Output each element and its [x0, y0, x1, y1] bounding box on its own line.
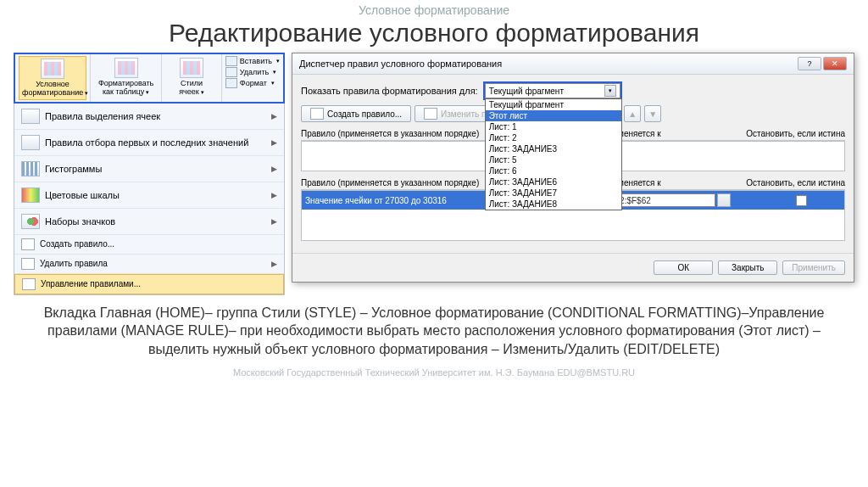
chevron-down-icon: ▾: [604, 85, 616, 97]
btn-label: Закрыть: [732, 263, 765, 272]
menu-highlight-cells[interactable]: Правила выделения ячеек▶: [14, 104, 284, 130]
menu-label: Удалить правила: [40, 259, 108, 268]
cond-format-icon: [41, 59, 64, 79]
help-button[interactable]: ?: [798, 57, 821, 70]
select-option[interactable]: Лист: 2: [486, 132, 621, 143]
manage-icon: [22, 278, 36, 290]
btn-label: Создать правило...: [327, 109, 402, 119]
newrule-icon: [21, 238, 35, 250]
format-as-table-button[interactable]: Форматировать как таблицу▾: [94, 56, 158, 98]
col-stop-label: Остановить, если истина: [735, 129, 845, 138]
select-option[interactable]: Лист: 1: [486, 121, 621, 132]
databars-icon: [21, 161, 40, 176]
chevron-down-icon: ▾: [273, 69, 276, 76]
menu-color-scales[interactable]: Цветовые шкалы▶: [14, 182, 284, 209]
colorscales-icon: [21, 188, 40, 203]
col-stop-label: Остановить, если истина: [735, 178, 845, 188]
menu-label: Цветовые шкалы: [45, 190, 120, 200]
select-option[interactable]: Лист: ЗАДАНИЕ7: [486, 188, 621, 199]
chevron-right-icon: ▶: [271, 112, 277, 120]
format-icon: [225, 78, 237, 88]
chevron-right-icon: ▶: [271, 217, 277, 226]
chevron-down-icon: ▾: [201, 89, 204, 95]
move-up-button[interactable]: ▲: [624, 105, 641, 122]
col-rule-label: Правило (применяется в указанном порядке…: [301, 178, 509, 188]
menu-new-rule[interactable]: Создать правило...: [14, 235, 284, 255]
edit-icon: [424, 108, 437, 120]
close-button[interactable]: Закрыть: [718, 260, 777, 275]
close-icon[interactable]: ✕: [823, 57, 847, 70]
menu-data-bars[interactable]: Гистограммы▶: [14, 156, 284, 182]
dialog-titlebar: Диспетчер правил условного форматировани…: [292, 53, 854, 75]
new-rule-button[interactable]: Создать правило...: [301, 105, 411, 122]
btn-label: Применить: [792, 263, 836, 272]
menu-label: Правила отбора первых и последних значен…: [45, 137, 248, 148]
scope-select[interactable]: Текущий фрагмент ▾ Текущий фрагмент Этот…: [483, 81, 622, 100]
cell-styles-icon: [180, 58, 203, 78]
select-option[interactable]: Лист: ЗАДАНИЕ6: [486, 176, 621, 188]
dialog-footer: ОК Закрыть Применить: [292, 253, 854, 282]
chevron-down-icon: ▾: [146, 89, 149, 95]
insert-icon: [225, 56, 237, 66]
slide-footer: Московский Государственный Технический У…: [0, 367, 868, 378]
cond-format-dropdown-menu: Правила выделения ячеек▶ Правила отбора …: [14, 104, 285, 295]
topbottom-icon: [21, 135, 40, 150]
highlight-icon: [21, 109, 40, 124]
move-down-button[interactable]: ▼: [644, 105, 661, 122]
insert-label: Вставить: [240, 57, 272, 65]
menu-icon-sets[interactable]: Наборы значков▶: [14, 209, 284, 235]
delete-icon: [225, 67, 237, 77]
conditional-formatting-button[interactable]: Условное форматирование▾: [19, 56, 86, 100]
menu-label: Гистограммы: [45, 164, 102, 174]
menu-manage-rules[interactable]: Управление правилами...: [14, 274, 284, 294]
delete-button[interactable]: Удалить▾: [225, 67, 280, 77]
newrule-icon: [310, 108, 324, 120]
ok-button[interactable]: ОК: [654, 260, 713, 275]
select-option[interactable]: Лист: ЗАДАНИЕ3: [486, 143, 621, 154]
cell-styles-label: Стили ячеек: [179, 79, 203, 96]
col-rule-label: Правило (применяется в указанном порядке…: [301, 129, 509, 138]
delete-label: Удалить: [240, 68, 269, 76]
ribbon-styles-group: Условное форматирование▾ Форматировать к…: [14, 53, 285, 104]
menu-clear-rules[interactable]: Удалить правила▶: [14, 255, 284, 274]
slide-subtitle: Условное форматирование: [0, 3, 868, 17]
format-button[interactable]: Формат▾: [225, 78, 280, 88]
select-option[interactable]: Текущий фрагмент: [486, 99, 621, 110]
chevron-right-icon: ▶: [271, 191, 277, 199]
menu-label: Наборы значков: [45, 216, 115, 227]
range-selector-button[interactable]: [717, 193, 731, 207]
select-option[interactable]: Лист: 6: [486, 165, 621, 176]
select-option[interactable]: Лист: ЗАДАНИЕ8: [486, 199, 621, 210]
rule-description: Значение ячейки от 27030 до 30316: [305, 196, 504, 205]
menu-label: Правила выделения ячеек: [45, 111, 160, 121]
chevron-right-icon: ▶: [271, 165, 277, 173]
rules-manager-dialog: Диспетчер правил условного форматировани…: [292, 53, 854, 283]
slide-description: Вкладка Главная (HOME)– группа Стили (ST…: [0, 295, 868, 362]
stop-if-true-checkbox[interactable]: [796, 195, 807, 206]
ribbon-menu-panel: Условное форматирование▾ Форматировать к…: [14, 53, 285, 295]
clear-icon: [21, 258, 35, 270]
select-option[interactable]: Этот лист: [486, 110, 621, 121]
cell-styles-button[interactable]: Стили ячеек▾: [165, 56, 218, 98]
menu-top-bottom-rules[interactable]: Правила отбора первых и последних значен…: [14, 130, 284, 156]
arrow-up-icon: ▲: [628, 109, 637, 119]
apply-button[interactable]: Применить: [782, 260, 845, 275]
select-value: Текущий фрагмент: [489, 87, 564, 96]
chevron-right-icon: ▶: [271, 260, 277, 268]
cells-group: Вставить▾ Удалить▾ Формат▾: [222, 54, 283, 102]
menu-label: Управление правилами...: [41, 279, 141, 288]
col-apply-label: Применяется к: [603, 129, 735, 138]
slide-title: Редактирование условного форматирования: [0, 19, 868, 48]
chevron-down-icon: ▾: [85, 90, 88, 96]
btn-label: ОК: [678, 263, 690, 272]
chevron-right-icon: ▶: [271, 138, 277, 147]
scope-select-list: Текущий фрагмент Этот лист Лист: 1 Лист:…: [485, 98, 622, 210]
cond-format-label: Условное форматирование: [22, 80, 83, 97]
insert-button[interactable]: Вставить▾: [225, 56, 280, 66]
dialog-title: Диспетчер правил условного форматировани…: [299, 59, 502, 69]
chevron-down-icon: ▾: [276, 58, 280, 64]
select-option[interactable]: Лист: 5: [486, 154, 621, 165]
table-icon: [114, 58, 138, 78]
iconsets-icon: [21, 214, 40, 229]
show-rules-label: Показать правила форматирования для:: [301, 86, 478, 96]
